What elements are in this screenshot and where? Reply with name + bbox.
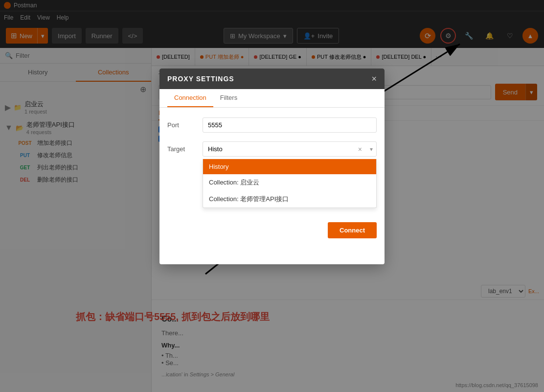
modal-close-button[interactable]: × <box>371 74 377 83</box>
target-dropdown-list: History Collection: 启业云 Collection: 老师管理… <box>203 159 377 208</box>
modal-footer: Connect <box>159 214 385 246</box>
dropdown-option-collection2[interactable]: Collection: 老师管理API接口 <box>203 191 376 208</box>
modal-tab-filters[interactable]: Filters <box>213 89 244 107</box>
target-row: Target Histo × ▾ History Collection: 启业云… <box>167 141 377 157</box>
dropdown-option-collection1[interactable]: Collection: 启业云 <box>203 174 376 191</box>
port-row: Port <box>167 117 377 133</box>
port-input[interactable] <box>203 117 377 133</box>
modal-header: PROXY SETTINGS × <box>159 69 385 89</box>
dropdown-chevron-icon: ▾ <box>370 146 373 153</box>
port-label: Port <box>167 117 197 129</box>
modal-body: Port Target Histo × ▾ History Collection… <box>159 108 385 175</box>
target-dropdown[interactable]: Histo × ▾ <box>203 141 377 157</box>
proxy-settings-modal: PROXY SETTINGS × Connection Filters Port… <box>159 69 385 264</box>
connect-button[interactable]: Connect <box>328 222 377 238</box>
dropdown-option-history[interactable]: History <box>203 159 376 174</box>
target-clear-button[interactable]: × <box>358 145 362 153</box>
target-dropdown-wrapper: Histo × ▾ History Collection: 启业云 Collec… <box>203 141 377 157</box>
modal-overlay[interactable]: PROXY SETTINGS × Connection Filters Port… <box>0 0 544 392</box>
target-current-value: Histo <box>208 145 223 153</box>
target-label: Target <box>167 141 197 153</box>
modal-title: PROXY SETTINGS <box>167 75 234 83</box>
modal-tabs: Connection Filters <box>159 89 385 108</box>
modal-tab-connection[interactable]: Connection <box>167 89 213 107</box>
